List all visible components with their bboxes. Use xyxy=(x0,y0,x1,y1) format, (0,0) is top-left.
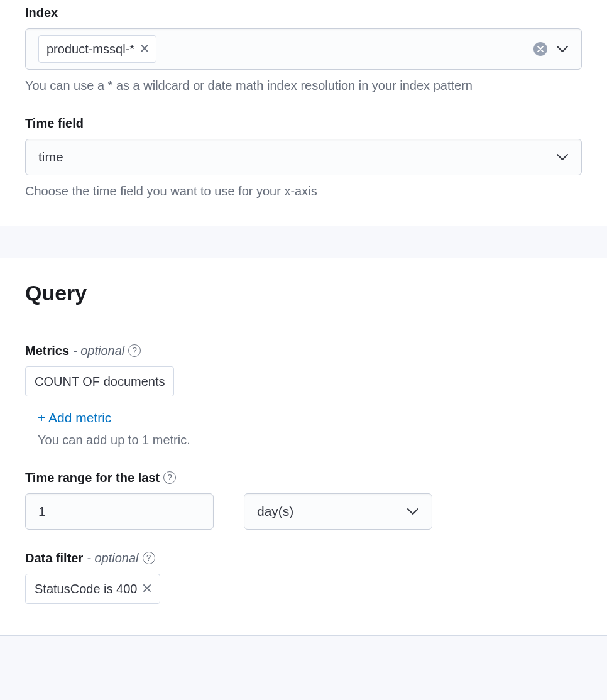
timefield-value: time xyxy=(38,147,63,167)
clear-all-icon[interactable] xyxy=(533,42,547,56)
chevron-down-icon[interactable] xyxy=(556,45,569,53)
timerange-value: 1 xyxy=(38,501,46,522)
metrics-field: Metrics - optional ? COUNT OF documents … xyxy=(25,341,582,449)
index-helper: You can use a * as a wildcard or date ma… xyxy=(25,76,515,95)
metric-chip[interactable]: COUNT OF documents xyxy=(25,366,174,396)
help-icon[interactable]: ? xyxy=(163,471,176,484)
datafilter-chip[interactable]: StatusCode is 400 xyxy=(25,574,160,604)
timerange-number-input[interactable]: 1 xyxy=(25,493,214,530)
timerange-label: Time range for the last ? xyxy=(25,468,582,487)
query-title: Query xyxy=(25,277,582,322)
add-metric-link[interactable]: + Add metric xyxy=(38,408,111,428)
close-icon[interactable] xyxy=(143,581,151,596)
timerange-unit: day(s) xyxy=(257,501,293,522)
index-chip-text: product-mssql-* xyxy=(46,40,134,58)
metrics-label: Metrics - optional ? xyxy=(25,341,582,360)
timefield-field: Time field time Choose the time field yo… xyxy=(25,114,582,200)
close-icon[interactable] xyxy=(141,41,148,57)
timefield-select[interactable]: time xyxy=(25,139,582,175)
index-chip[interactable]: product-mssql-* xyxy=(38,35,156,63)
timerange-label-text: Time range for the last xyxy=(25,468,160,487)
index-combo-controls xyxy=(533,42,569,56)
index-panel: Index product-mssql-* You can use a * as… xyxy=(0,0,607,226)
help-icon[interactable]: ? xyxy=(128,344,141,357)
index-combobox[interactable]: product-mssql-* xyxy=(25,28,582,70)
metrics-label-text: Metrics xyxy=(25,341,69,360)
timefield-label: Time field xyxy=(25,114,582,133)
timefield-helper: Choose the time field you want to use fo… xyxy=(25,182,515,200)
add-metric-help: You can add up to 1 metric. xyxy=(38,430,582,449)
index-field: Index product-mssql-* You can use a * as… xyxy=(25,3,582,95)
chevron-down-icon[interactable] xyxy=(556,153,569,161)
chevron-down-icon[interactable] xyxy=(407,507,419,516)
index-label: Index xyxy=(25,3,582,22)
timerange-unit-select[interactable]: day(s) xyxy=(244,493,432,530)
datafilter-chip-text: StatusCode is 400 xyxy=(35,579,137,598)
datafilter-field: Data filter - optional ? StatusCode is 4… xyxy=(25,549,582,604)
help-icon[interactable]: ? xyxy=(143,552,155,564)
datafilter-optional: - optional xyxy=(87,549,138,567)
query-panel: Query Metrics - optional ? COUNT OF docu… xyxy=(0,258,607,636)
datafilter-label: Data filter - optional ? xyxy=(25,549,582,567)
timerange-field: Time range for the last ? 1 day(s) xyxy=(25,468,582,530)
metrics-optional: - optional xyxy=(73,341,124,360)
datafilter-label-text: Data filter xyxy=(25,549,83,567)
